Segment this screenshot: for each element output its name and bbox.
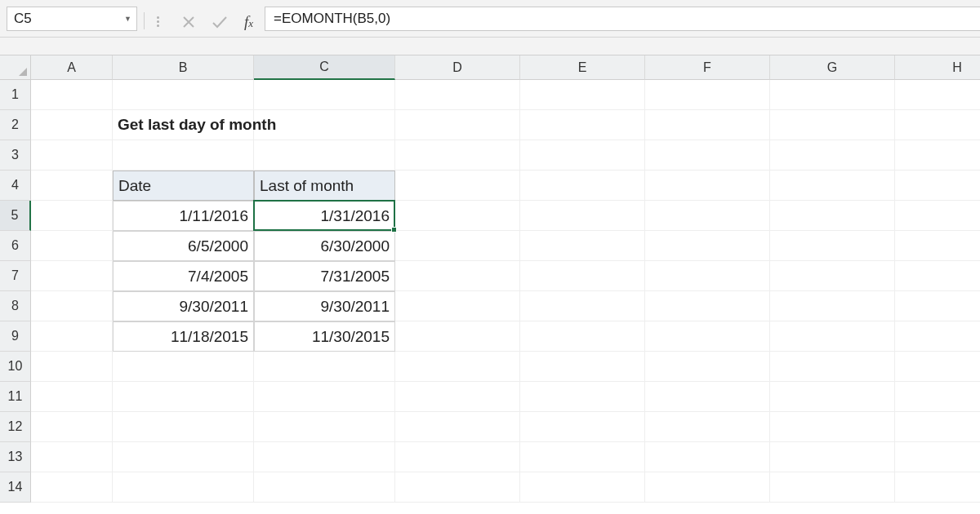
cell-A7[interactable] (31, 261, 113, 291)
row-head-7[interactable]: 7 (0, 261, 31, 291)
cell-G9[interactable] (770, 321, 895, 352)
cell-F3[interactable] (645, 140, 770, 171)
cell-G12[interactable] (770, 412, 895, 442)
cell-A14[interactable] (31, 472, 113, 503)
cell-D5[interactable] (395, 201, 520, 231)
cell-B3[interactable] (113, 140, 254, 171)
row-head-3[interactable]: 3 (0, 140, 31, 171)
cell-H14[interactable] (895, 472, 980, 503)
cell-B14[interactable] (113, 472, 254, 503)
formula-input[interactable]: =EOMONTH(B5,0) (265, 7, 980, 31)
cell-E13[interactable] (520, 442, 645, 472)
name-box-dropdown-icon[interactable]: ▼ (124, 15, 131, 23)
cell-H11[interactable] (895, 382, 980, 412)
cell-A10[interactable] (31, 352, 113, 382)
cell-B11[interactable] (113, 382, 254, 412)
cell-A13[interactable] (31, 442, 113, 472)
cell-F11[interactable] (645, 382, 770, 412)
cell-D8[interactable] (395, 291, 520, 321)
cell-F13[interactable] (645, 442, 770, 472)
cell-G4[interactable] (770, 171, 895, 201)
cell-C12[interactable] (254, 412, 395, 442)
row-head-12[interactable]: 12 (0, 412, 31, 442)
cell-A5[interactable] (31, 201, 113, 231)
cell-G11[interactable] (770, 382, 895, 412)
row-head-2[interactable]: 2 (0, 110, 31, 140)
cell-H13[interactable] (895, 442, 980, 472)
cell-H8[interactable] (895, 291, 980, 321)
cell-H4[interactable] (895, 171, 980, 201)
cell-F10[interactable] (645, 352, 770, 382)
col-head-H[interactable]: H (895, 55, 980, 80)
col-head-G[interactable]: G (770, 55, 895, 80)
cell-D11[interactable] (395, 382, 520, 412)
cell-E11[interactable] (520, 382, 645, 412)
cell-D10[interactable] (395, 352, 520, 382)
cell-F9[interactable] (645, 321, 770, 352)
row-head-6[interactable]: 6 (0, 231, 31, 261)
cell-B6[interactable]: 6/5/2000 (113, 231, 254, 261)
cell-C9[interactable]: 11/30/2015 (254, 321, 395, 352)
cell-C14[interactable] (254, 472, 395, 503)
cell-H6[interactable] (895, 231, 980, 261)
cell-G7[interactable] (770, 261, 895, 291)
cell-E2[interactable] (520, 110, 645, 140)
col-head-A[interactable]: A (31, 55, 113, 80)
cell-B5[interactable]: 1/11/2016 (113, 201, 254, 231)
cell-B9[interactable]: 11/18/2015 (113, 321, 254, 352)
row-head-4[interactable]: 4 (0, 171, 31, 201)
cell-A8[interactable] (31, 291, 113, 321)
cell-D2[interactable] (395, 110, 520, 140)
cell-B13[interactable] (113, 442, 254, 472)
col-head-E[interactable]: E (520, 55, 645, 80)
cell-A3[interactable] (31, 140, 113, 171)
cell-D3[interactable] (395, 140, 520, 171)
cell-C7[interactable]: 7/31/2005 (254, 261, 395, 291)
cell-B2[interactable]: Get last day of month (113, 110, 254, 140)
cell-C13[interactable] (254, 442, 395, 472)
cell-G8[interactable] (770, 291, 895, 321)
cell-E12[interactable] (520, 412, 645, 442)
select-all-corner[interactable] (0, 55, 31, 80)
cell-F7[interactable] (645, 261, 770, 291)
cell-B12[interactable] (113, 412, 254, 442)
cell-G3[interactable] (770, 140, 895, 171)
cell-H9[interactable] (895, 321, 980, 352)
cell-B4[interactable]: Date (113, 171, 254, 201)
cell-B1[interactable] (113, 80, 254, 110)
cancel-icon[interactable] (182, 16, 195, 29)
row-head-9[interactable]: 9 (0, 321, 31, 352)
cell-H10[interactable] (895, 352, 980, 382)
cell-B7[interactable]: 7/4/2005 (113, 261, 254, 291)
cell-G6[interactable] (770, 231, 895, 261)
cell-D1[interactable] (395, 80, 520, 110)
cell-C6[interactable]: 6/30/2000 (254, 231, 395, 261)
cell-H3[interactable] (895, 140, 980, 171)
cell-A12[interactable] (31, 412, 113, 442)
cell-E6[interactable] (520, 231, 645, 261)
cell-E1[interactable] (520, 80, 645, 110)
row-head-1[interactable]: 1 (0, 80, 31, 110)
cell-F12[interactable] (645, 412, 770, 442)
cell-E7[interactable] (520, 261, 645, 291)
insert-function-icon[interactable]: fx (244, 14, 253, 29)
cell-D12[interactable] (395, 412, 520, 442)
cell-G13[interactable] (770, 442, 895, 472)
cell-E4[interactable] (520, 171, 645, 201)
row-head-10[interactable]: 10 (0, 352, 31, 382)
enter-icon[interactable] (212, 16, 228, 29)
cell-D6[interactable] (395, 231, 520, 261)
cell-F4[interactable] (645, 171, 770, 201)
cell-F8[interactable] (645, 291, 770, 321)
row-head-5[interactable]: 5 (0, 201, 31, 231)
row-head-13[interactable]: 13 (0, 442, 31, 472)
cell-H2[interactable] (895, 110, 980, 140)
cell-D9[interactable] (395, 321, 520, 352)
cell-C3[interactable] (254, 140, 395, 171)
cell-F1[interactable] (645, 80, 770, 110)
cell-C1[interactable] (254, 80, 395, 110)
cell-A9[interactable] (31, 321, 113, 352)
cell-H1[interactable] (895, 80, 980, 110)
cell-F6[interactable] (645, 231, 770, 261)
cell-F14[interactable] (645, 472, 770, 503)
